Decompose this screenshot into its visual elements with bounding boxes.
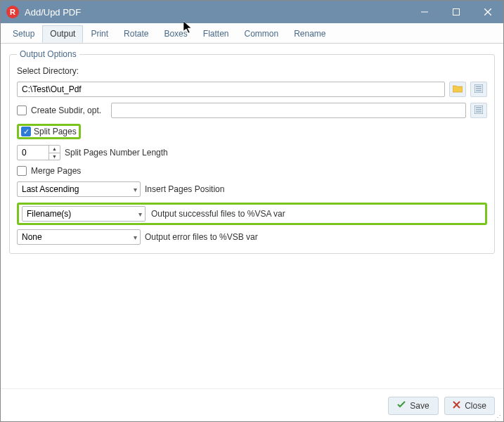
list-icon (474, 84, 483, 95)
title-bar: R Add/Upd PDF (1, 1, 503, 23)
create-subdir-label: Create Subdir, opt. (31, 106, 107, 115)
tab-rotate[interactable]: Rotate (116, 25, 156, 43)
footer-bar: Save Close (1, 388, 503, 422)
tab-boxes[interactable]: Boxes (156, 25, 195, 43)
tab-common[interactable]: Common (236, 25, 286, 43)
svg-rect-1 (453, 9, 459, 15)
vsb-select-value: None (22, 232, 42, 242)
output-options-legend: Output Options (17, 49, 79, 59)
list-icon (474, 106, 483, 116)
minimize-button[interactable] (408, 1, 440, 23)
vsa-select[interactable]: Filename(s) ▾ (22, 206, 146, 222)
save-button[interactable]: Save (388, 397, 439, 415)
tab-output[interactable]: Output (42, 25, 83, 43)
create-subdir-checkbox[interactable] (17, 106, 27, 115)
insert-pages-label: Insert Pages Position (145, 184, 224, 194)
content-area: Output Options Select Directory: Create … (1, 44, 503, 254)
close-button[interactable]: Close (444, 397, 495, 415)
merge-pages-label: Merge Pages (31, 166, 81, 176)
folder-icon (453, 84, 463, 95)
tab-setup[interactable]: Setup (5, 25, 42, 43)
window-title: Add/Upd PDF (25, 7, 408, 18)
directory-input[interactable] (17, 82, 445, 97)
tab-print[interactable]: Print (83, 25, 116, 43)
vsa-highlight: Filename(s) ▾ Output successful files to… (17, 203, 487, 225)
close-icon (453, 401, 460, 411)
stepper-down-button[interactable]: ▼ (49, 153, 60, 160)
window-controls (408, 1, 503, 23)
vsb-select[interactable]: None ▾ (17, 229, 141, 245)
app-icon: R (6, 6, 19, 18)
close-window-button[interactable] (472, 1, 503, 23)
chevron-down-icon: ▾ (134, 186, 137, 193)
stepper-up-button[interactable]: ▲ (49, 146, 60, 153)
split-number-length-stepper[interactable]: 0 ▲ ▼ (17, 145, 60, 160)
chevron-down-icon: ▾ (134, 234, 137, 241)
vsa-select-value: Filename(s) (27, 209, 71, 219)
split-number-length-label: Split Pages Number Length (65, 148, 168, 158)
insert-pages-select-value: Last Ascending (22, 184, 79, 194)
create-subdir-input[interactable] (111, 103, 466, 118)
save-button-label: Save (410, 401, 429, 411)
browse-folder-button[interactable] (449, 82, 466, 97)
split-pages-label: Split Pages (34, 127, 77, 136)
vsa-label: Output successful files to %VSA var (151, 209, 285, 219)
select-directory-label: Select Directory: (17, 66, 79, 76)
tab-bar: Setup Output Print Rotate Boxes Flatten … (1, 23, 503, 44)
chevron-down-icon: ▾ (138, 210, 142, 218)
close-button-label: Close (465, 401, 486, 411)
split-pages-highlight: ✓ Split Pages (17, 124, 81, 139)
tab-rename[interactable]: Rename (286, 25, 333, 43)
resize-grip-icon[interactable]: ⋰ (494, 416, 502, 420)
directory-list-button[interactable] (470, 82, 487, 97)
merge-pages-checkbox[interactable] (17, 166, 27, 176)
split-number-length-value: 0 (22, 148, 27, 158)
check-icon (397, 400, 406, 411)
vsb-label: Output error files to %VSB var (145, 232, 258, 242)
maximize-button[interactable] (440, 1, 472, 23)
subdir-list-button[interactable] (470, 103, 487, 118)
split-pages-checkbox[interactable]: ✓ (21, 127, 31, 136)
insert-pages-select[interactable]: Last Ascending ▾ (17, 181, 141, 197)
output-options-group: Output Options Select Directory: Create … (9, 49, 495, 254)
tab-flatten[interactable]: Flatten (195, 25, 237, 43)
